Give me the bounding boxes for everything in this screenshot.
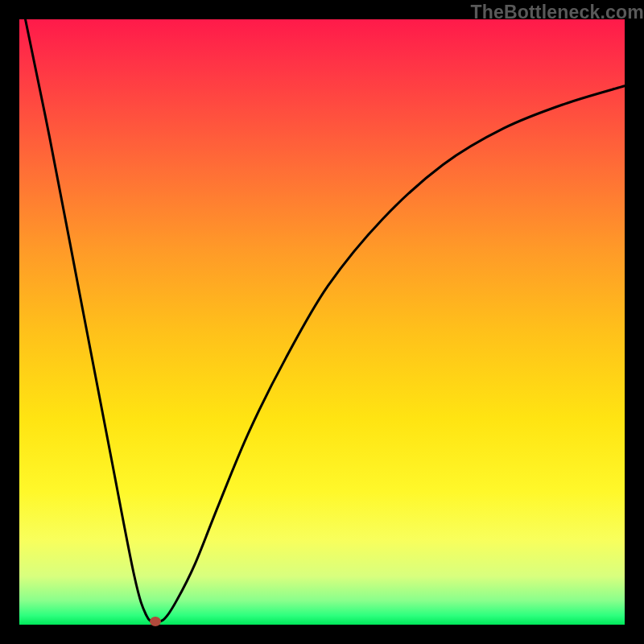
bottleneck-curve-path [26, 19, 625, 622]
highlight-dot [150, 617, 161, 626]
watermark-text: TheBottleneck.com [470, 2, 644, 23]
curve-layer [19, 19, 625, 625]
plot-area [19, 19, 625, 625]
